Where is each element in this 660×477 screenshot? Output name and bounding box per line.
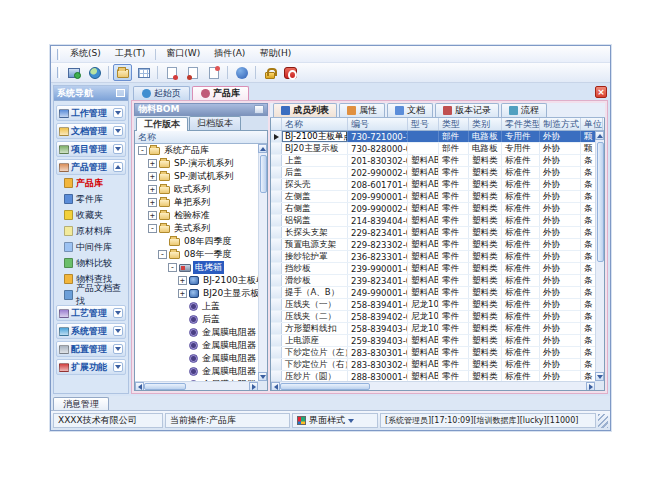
table-row[interactable]: 方形塑料线扣258-839403-00X尼龙1010零件塑料类标准件外协条 bbox=[271, 323, 595, 335]
tree-hscroll-thumb[interactable] bbox=[144, 383, 186, 390]
chevron-icon[interactable] bbox=[113, 344, 123, 354]
table-row[interactable]: 挡纱板239-990001-01X塑料ABS零件塑料类标准件外协条 bbox=[271, 263, 595, 275]
sidebar-group-7[interactable]: 扩展功能 bbox=[56, 359, 126, 375]
tab-message-management[interactable]: 消息管理 bbox=[53, 397, 109, 410]
tree-node[interactable]: 08年四季度 bbox=[135, 235, 258, 248]
expand-icon[interactable]: + bbox=[148, 185, 157, 194]
tree-node[interactable]: 后盖 bbox=[135, 313, 258, 326]
tree-column-header[interactable]: 名称 bbox=[135, 131, 267, 144]
column-header-3[interactable]: 类型 bbox=[439, 118, 469, 130]
bom-tab-0[interactable]: 工作版本 bbox=[136, 117, 188, 131]
expand-icon[interactable]: + bbox=[148, 198, 157, 207]
table-row[interactable]: 预置电源支架229-823302-00X塑料ABS零件塑料类标准件外协条 bbox=[271, 239, 595, 251]
scroll-up-icon[interactable] bbox=[258, 144, 267, 153]
chevron-icon[interactable] bbox=[113, 326, 123, 336]
tree-node[interactable]: +单把系列 bbox=[135, 196, 258, 209]
tree-node[interactable]: 金属膜电阻器 bbox=[135, 326, 258, 339]
collapse-icon[interactable]: - bbox=[168, 263, 177, 272]
table-row[interactable]: BJ-2100主板单点730-721000-12X部件电路板专用件外协颗 bbox=[271, 131, 595, 143]
workstation-button[interactable] bbox=[64, 64, 83, 81]
tab-3[interactable]: 版本记录 bbox=[435, 103, 499, 117]
chevron-icon[interactable] bbox=[113, 126, 123, 136]
expand-icon[interactable]: + bbox=[148, 211, 157, 220]
browser-button[interactable] bbox=[85, 64, 104, 81]
table-scroll-thumb[interactable] bbox=[597, 142, 604, 262]
scroll-down-icon[interactable] bbox=[595, 372, 604, 381]
menu-item-3[interactable]: 插件(A) bbox=[207, 46, 252, 62]
table-row[interactable]: BJ20主显示板730-828000-04X部件电路板专用件外协颗 bbox=[271, 143, 595, 155]
chevron-icon[interactable] bbox=[113, 162, 123, 172]
column-header-0[interactable]: 名称 bbox=[282, 118, 348, 130]
menu-item-0[interactable]: 系统(S) bbox=[63, 46, 108, 62]
doc-tab-0[interactable]: 起始页 bbox=[133, 86, 190, 100]
tab-4[interactable]: 流程 bbox=[501, 103, 547, 117]
table-row[interactable]: 滑纱板239-823401-00X塑料ABS零件塑料类标准件外协条 bbox=[271, 275, 595, 287]
sidebar-item-7[interactable]: 产品文档查找 bbox=[56, 287, 126, 303]
sidebar-item-2[interactable]: 收藏夹 bbox=[56, 207, 126, 223]
menubar-grip[interactable] bbox=[57, 49, 60, 60]
table-row[interactable]: 上电源座259-839403-00X塑料ABS零件塑料类标准件外协条 bbox=[271, 335, 595, 347]
scroll-up-icon[interactable] bbox=[595, 131, 604, 140]
column-header-5[interactable]: 零件类型 bbox=[502, 118, 540, 130]
table-row[interactable]: 接纱轮护罩236-823301-00X塑料ABS零件塑料类标准件外协条 bbox=[271, 251, 595, 263]
ui-style-selector[interactable]: 界面样式 bbox=[292, 413, 378, 428]
tree-node[interactable]: -08年一季度 bbox=[135, 248, 258, 261]
document-import-button[interactable] bbox=[204, 64, 223, 81]
product-library-button[interactable] bbox=[113, 64, 132, 81]
exit-button[interactable] bbox=[281, 64, 300, 81]
chevron-icon[interactable] bbox=[113, 308, 123, 318]
expand-icon[interactable]: + bbox=[148, 159, 157, 168]
column-header-1[interactable]: 编号 bbox=[348, 118, 408, 130]
sidebar-group-1[interactable]: 文档管理 bbox=[56, 123, 126, 139]
table-row[interactable]: 左侧盖209-990001-01X塑料ABS零件塑料类标准件外协条 bbox=[271, 191, 595, 203]
menu-item-2[interactable]: 窗口(W) bbox=[159, 46, 207, 62]
collapse-icon[interactable]: - bbox=[158, 250, 167, 259]
scroll-right-icon[interactable] bbox=[249, 382, 258, 391]
toolbar-grip[interactable] bbox=[57, 67, 60, 78]
tree-node[interactable]: 金属膜电阻器 bbox=[135, 352, 258, 365]
tree-scroll-thumb[interactable] bbox=[260, 155, 267, 193]
sidebar-options-icon[interactable] bbox=[116, 89, 125, 97]
tree-node[interactable]: -系统产品库 bbox=[135, 144, 258, 157]
tree-node[interactable]: 金属膜电阻器 bbox=[135, 339, 258, 352]
table-row[interactable]: 后盖202-990002-01X塑料ABS零件塑料类标准件外协条 bbox=[271, 167, 595, 179]
sidebar-item-3[interactable]: 原材料库 bbox=[56, 223, 126, 239]
tree-node[interactable]: +SP-演示机系列 bbox=[135, 157, 258, 170]
tree-vertical-scrollbar[interactable] bbox=[258, 144, 267, 381]
resize-grip[interactable] bbox=[598, 414, 608, 428]
bom-tab-1[interactable]: 归档版本 bbox=[189, 116, 241, 130]
collapse-icon[interactable]: - bbox=[138, 146, 147, 155]
document-remove-button[interactable] bbox=[162, 64, 181, 81]
scroll-right-icon[interactable] bbox=[586, 382, 595, 391]
tab-0[interactable]: 成员列表 bbox=[273, 103, 337, 117]
sidebar-item-4[interactable]: 中间件库 bbox=[56, 239, 126, 255]
table-row[interactable]: 铝锅盖214-839404-01X塑料ABS零件塑料类标准件外协条 bbox=[271, 215, 595, 227]
sidebar-item-0[interactable]: 产品库 bbox=[56, 175, 126, 191]
table-row[interactable]: 压线夹（一）258-839401-00X尼龙1010零件塑料类标准件外协条 bbox=[271, 299, 595, 311]
table-hscroll-thumb[interactable] bbox=[280, 383, 370, 390]
lock-button[interactable] bbox=[260, 64, 279, 81]
collapse-icon[interactable]: - bbox=[148, 224, 157, 233]
tab-1[interactable]: 属性 bbox=[339, 103, 385, 117]
chevron-icon[interactable] bbox=[113, 108, 123, 118]
tree-node[interactable]: +BJ-2100主板单点 bbox=[135, 274, 258, 287]
sidebar-group-3[interactable]: 产品管理 bbox=[56, 159, 126, 175]
scroll-left-icon[interactable] bbox=[135, 382, 144, 391]
column-header-2[interactable]: 型号 bbox=[408, 118, 439, 130]
report-grid-button[interactable] bbox=[134, 64, 153, 81]
bom-panel-menu-button[interactable] bbox=[254, 105, 264, 114]
table-row[interactable]: 探头壳208-601701-01X塑料ABS零件塑料类标准件外协条 bbox=[271, 179, 595, 191]
table-row[interactable]: 提手（A、B）249-990001-01X塑料ABS零件塑料类标准件外协条 bbox=[271, 287, 595, 299]
table-row[interactable]: 右侧盖209-990002-01X塑料ABS零件塑料类标准件外协条 bbox=[271, 203, 595, 215]
sidebar-group-0[interactable]: 工作管理 bbox=[56, 105, 126, 121]
tab-2[interactable]: 文档 bbox=[387, 103, 433, 117]
tree-node[interactable]: -电烤箱 bbox=[135, 261, 258, 274]
chevron-icon[interactable] bbox=[113, 362, 123, 372]
table-vertical-scrollbar[interactable] bbox=[595, 131, 604, 381]
sidebar-group-6[interactable]: 配置管理 bbox=[56, 341, 126, 357]
tree-node[interactable]: +检验标准 bbox=[135, 209, 258, 222]
table-row[interactable]: 下纱定位片（右）283-830302-00X塑料ABS零件塑料类标准件外协条 bbox=[271, 359, 595, 371]
expand-icon[interactable]: + bbox=[178, 289, 187, 298]
scroll-left-icon[interactable] bbox=[271, 382, 280, 391]
column-header-7[interactable]: 单位 bbox=[581, 118, 603, 130]
